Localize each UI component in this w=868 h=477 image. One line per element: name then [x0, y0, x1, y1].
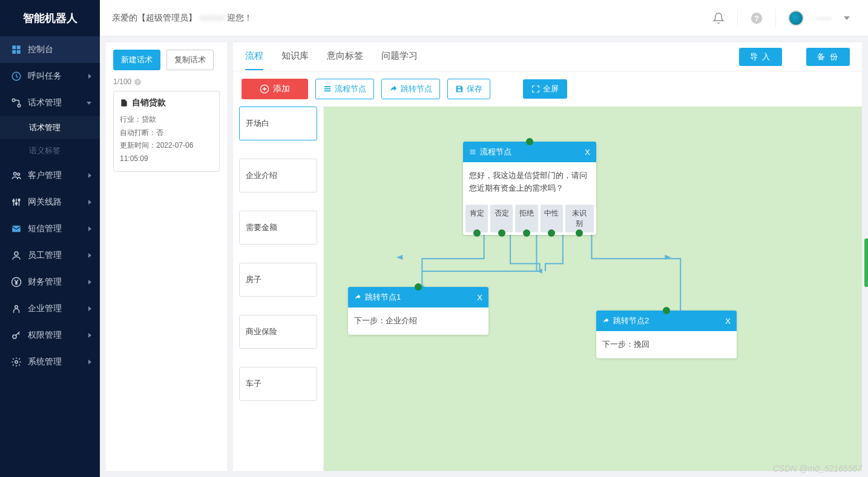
sidebar-item-clock[interactable]: 呼叫任务	[0, 63, 100, 90]
backup-button[interactable]: 备 份	[806, 48, 850, 66]
svg-rect-24	[324, 88, 331, 90]
person-icon	[11, 250, 22, 261]
mail-icon	[11, 223, 22, 234]
svg-point-18	[13, 335, 16, 338]
sidebar-item-flow[interactable]: 话术管理	[0, 90, 100, 116]
file-icon	[120, 98, 128, 108]
sidebar-label: 企业管理	[28, 303, 88, 314]
node-title: 跳转节点2	[613, 315, 649, 326]
palette-node[interactable]: 房子	[239, 263, 317, 297]
chevron-icon	[88, 74, 91, 79]
port-out[interactable]	[523, 229, 530, 237]
list-icon	[323, 85, 332, 93]
flow-node-button[interactable]: 流程节点	[315, 79, 374, 99]
palette-node[interactable]: 企业介绍	[239, 159, 317, 192]
right-edge-handle[interactable]	[864, 238, 868, 287]
script-title: 自销贷款	[132, 97, 166, 108]
port-in[interactable]	[526, 138, 533, 145]
port-out[interactable]	[498, 229, 505, 237]
sidebar-item-dashboard[interactable]: 控制台	[0, 36, 100, 63]
plus-icon	[260, 84, 269, 94]
svg-rect-23	[324, 86, 331, 87]
script-card[interactable]: 自销贷款 行业：贷款 自动打断：否 更新时间：2022-07-06 11:05:…	[113, 91, 220, 172]
svg-rect-2	[12, 45, 16, 49]
svg-text:?: ?	[754, 13, 759, 22]
option-3[interactable]: 中性	[541, 205, 563, 232]
close-icon[interactable]: X	[585, 148, 590, 157]
option-2[interactable]: 拒绝	[515, 205, 538, 232]
palette-node[interactable]: 商业保险	[239, 315, 317, 349]
import-button[interactable]: 导 入	[739, 48, 783, 66]
port-out[interactable]	[548, 229, 555, 237]
bell-icon[interactable]	[712, 12, 725, 25]
sidebar-item-gear[interactable]: 系统管理	[0, 349, 100, 375]
palette-node[interactable]: 需要金额	[239, 211, 317, 245]
palette-node[interactable]: 车子	[239, 367, 317, 401]
jump-node-2[interactable]: 跳转节点2 X 下一步：挽回	[596, 311, 737, 358]
sidebar-label: 员工管理	[28, 250, 88, 261]
new-script-button[interactable]: 新建话术	[113, 50, 160, 70]
svg-marker-29	[665, 255, 671, 260]
jump-node-1[interactable]: 跳转节点1 X 下一步：企业介绍	[348, 287, 488, 335]
users-icon	[11, 170, 22, 181]
node-body: 您好，我这边是信贷部门的，请问您近期有资金上的需求吗？	[463, 162, 596, 202]
header: 智能机器人 亲爱的【超级管理员】 xxxxxx 迎您！ ? ——	[0, 0, 868, 36]
svg-rect-25	[324, 90, 331, 91]
tab-2[interactable]: 意向标签	[327, 43, 363, 70]
port-out[interactable]	[576, 229, 583, 237]
jump-node-button[interactable]: 跳转节点	[381, 79, 440, 99]
sidebar-label: 财务管理	[28, 277, 88, 288]
copy-script-button[interactable]: 复制话术	[166, 50, 214, 70]
palette-node[interactable]: 开场白	[239, 107, 317, 140]
sidebar-sub-item[interactable]: 话术管理	[0, 116, 100, 139]
yen-icon	[11, 277, 22, 288]
help-icon[interactable]: ?	[750, 12, 763, 25]
fullscreen-button[interactable]: 全屏	[523, 79, 567, 99]
svg-rect-33	[470, 154, 476, 154]
close-icon[interactable]: X	[477, 293, 482, 302]
avatar[interactable]	[788, 10, 804, 26]
svg-point-12	[16, 203, 18, 205]
sidebar-item-key[interactable]: 权限管理	[0, 322, 100, 349]
sidebar-label: 客户管理	[28, 170, 88, 181]
node-title: 流程节点	[480, 146, 511, 157]
save-button[interactable]: 保存	[447, 79, 490, 99]
sidebar-item-building[interactable]: 企业管理	[0, 295, 100, 322]
toolbar: 添加 流程节点 跳转节点 保存	[233, 71, 862, 107]
close-icon[interactable]: X	[725, 317, 731, 326]
svg-rect-14	[12, 226, 21, 232]
tab-3[interactable]: 问题学习	[381, 43, 418, 70]
expand-icon	[531, 85, 540, 93]
sidebar-item-yen[interactable]: 财务管理	[0, 269, 100, 295]
port-in[interactable]	[415, 283, 422, 291]
share-icon	[389, 85, 398, 93]
sidebar-item-mail[interactable]: 短信管理	[0, 215, 100, 242]
option-4[interactable]: 未识别	[565, 205, 594, 232]
chevron-icon	[88, 360, 91, 364]
option-0[interactable]: 肯定	[465, 205, 488, 232]
tab-1[interactable]: 知识库	[281, 43, 309, 70]
chevron-down-icon[interactable]	[844, 16, 850, 20]
sidebar-label: 控制台	[28, 44, 91, 55]
info-icon: ?	[134, 78, 142, 86]
flow-canvas[interactable]: 流程节点 X 您好，我这边是信贷部门的，请问您近期有资金上的需求吗？ 肯定否定拒…	[324, 107, 862, 471]
sidebar-item-person[interactable]: 员工管理	[0, 242, 100, 269]
clock-icon	[11, 71, 22, 82]
chevron-icon	[88, 226, 91, 231]
sidebar-sub-item[interactable]: 语义标签	[0, 139, 100, 162]
node-title: 跳转节点1	[365, 292, 401, 303]
save-icon	[455, 85, 464, 93]
port-out[interactable]	[473, 229, 481, 237]
flow-node-main[interactable]: 流程节点 X 您好，我这边是信贷部门的，请问您近期有资金上的需求吗？ 肯定否定拒…	[463, 142, 596, 235]
chevron-icon	[88, 306, 91, 311]
tab-0[interactable]: 流程	[245, 43, 263, 70]
add-button[interactable]: 添加	[242, 79, 308, 99]
chevron-icon	[88, 173, 91, 178]
port-in[interactable]	[663, 307, 670, 314]
svg-rect-31	[470, 150, 476, 151]
building-icon	[11, 303, 22, 314]
option-1[interactable]: 否定	[490, 205, 513, 232]
sidebar-item-users[interactable]: 客户管理	[0, 162, 100, 189]
gear-icon	[11, 357, 22, 367]
sidebar-item-sliders[interactable]: 网关线路	[0, 189, 100, 215]
